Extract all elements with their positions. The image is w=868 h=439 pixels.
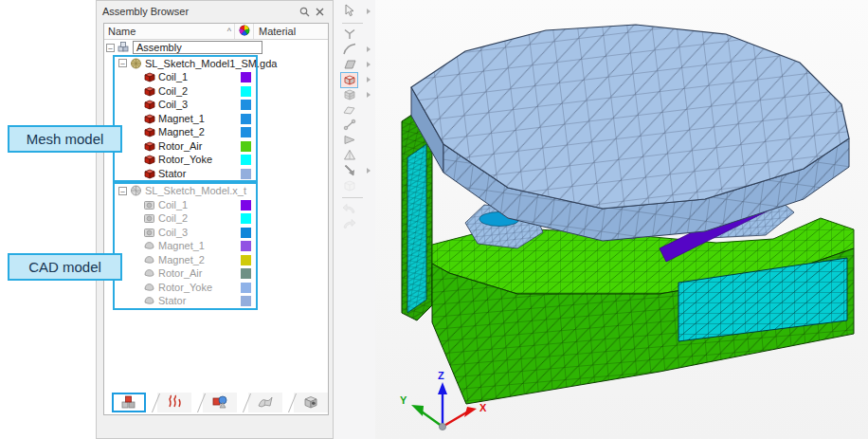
- color-swatch[interactable]: [241, 100, 251, 110]
- toolbar-select-cone-button[interactable]: [334, 134, 375, 148]
- part-label: Coil_3: [158, 99, 188, 110]
- tree-row-cad-model-group-stator[interactable]: Stator: [115, 294, 256, 308]
- color-swatch[interactable]: [241, 228, 251, 238]
- tree-row-cad-model-group-rotor_yoke[interactable]: Rotor_Yoke: [115, 281, 256, 295]
- toolbar-pick-tool-button[interactable]: [334, 164, 375, 178]
- part-label: Magnet_1: [158, 240, 205, 251]
- tree-row-cad-model-group-magnet_1[interactable]: Magnet_1: [115, 239, 256, 253]
- part-label: Coil_1: [158, 199, 188, 210]
- tree-row-cad-model-group-coil_2[interactable]: Coil_2: [115, 211, 256, 226]
- cad-model-group-highlight-box: –SL_Sketch_Model.x_tCoil_1Coil_2Coil_3Ma…: [113, 182, 258, 310]
- flyout-arrow-icon[interactable]: [367, 77, 371, 82]
- assembly-tab-icon: [120, 394, 137, 412]
- color-swatch[interactable]: [241, 86, 251, 97]
- assembly-tree: Name ^: [103, 23, 329, 415]
- color-swatch[interactable]: [241, 255, 251, 265]
- part-label: Coil_2: [158, 212, 188, 224]
- tree-row-mesh-model-group-rotor_air[interactable]: Rotor_Air: [115, 139, 256, 154]
- tree-row-mesh-model-group-magnet_2[interactable]: Magnet_2: [115, 125, 256, 139]
- tree-row-mesh-model-group-stator[interactable]: Stator: [115, 167, 256, 181]
- tab-box[interactable]: [294, 393, 328, 412]
- tree-row-mesh-model-group-coil_1[interactable]: Coil_1: [115, 70, 256, 84]
- color-swatch[interactable]: [241, 283, 251, 293]
- cad-part-icon: [143, 240, 155, 251]
- assembly-browser-panel: Assembly Browser Name ^: [96, 0, 334, 439]
- color-swatch[interactable]: [241, 213, 251, 224]
- bodies-tab-icon: [211, 394, 228, 412]
- toolbar-select-component-button[interactable]: [334, 88, 375, 102]
- triad-z-label: Z: [438, 370, 444, 381]
- toolbar-select-edge-button[interactable]: [334, 43, 375, 57]
- column-material-label: Material: [259, 26, 296, 37]
- color-swatch[interactable]: [241, 268, 251, 279]
- selection-toolbar: [334, 0, 375, 439]
- color-swatch[interactable]: [241, 169, 251, 179]
- toolbar-select-cursor-button[interactable]: [334, 5, 375, 19]
- toolbar-divider: [342, 197, 363, 198]
- tab-bodies[interactable]: [203, 393, 237, 412]
- tab-surfaces[interactable]: [248, 393, 282, 412]
- flyout-arrow-icon[interactable]: [367, 62, 371, 67]
- color-swatch[interactable]: [241, 141, 251, 152]
- part-label: Coil_2: [158, 85, 188, 97]
- color-swatch[interactable]: [241, 241, 251, 251]
- tree-row-mesh-model-group-coil_2[interactable]: Coil_2: [115, 84, 256, 99]
- collapse-toggle[interactable]: –: [118, 187, 127, 195]
- collapse-toggle[interactable]: –: [106, 44, 115, 52]
- toolbar-select-tetra-button[interactable]: [334, 149, 375, 163]
- mesh-model-callout-label: Mesh model: [27, 131, 104, 147]
- cad-part-icon: [143, 267, 155, 279]
- panel-title: Assembly Browser: [102, 6, 297, 17]
- toolbar-select-sheet-button[interactable]: [334, 103, 375, 118]
- column-name[interactable]: Name ^: [104, 24, 235, 39]
- group-label: SL_Sketch_Model.x_t: [145, 185, 246, 196]
- color-swatch[interactable]: [241, 114, 251, 124]
- assembly-icon: [118, 42, 130, 53]
- flyout-arrow-icon[interactable]: [367, 92, 371, 98]
- toolbar-select-face-button[interactable]: [334, 58, 375, 72]
- color-swatch[interactable]: [241, 155, 251, 165]
- toolbar-select-body-button[interactable]: [334, 73, 375, 87]
- tree-row-mesh-model-group-coil_3[interactable]: Coil_3: [115, 98, 256, 112]
- color-swatch[interactable]: [241, 72, 251, 82]
- cad-model-callout: CAD model: [8, 253, 122, 281]
- assembly-name-editbox[interactable]: Assembly: [133, 41, 262, 54]
- panel-tab-bar: [112, 391, 329, 412]
- tree-column-header: Name ^: [104, 24, 328, 40]
- tab-physics[interactable]: [157, 393, 191, 412]
- tab-assembly[interactable]: [112, 393, 146, 412]
- color-swatch[interactable]: [241, 200, 251, 210]
- toolbar-ghost-body-button: [334, 179, 375, 193]
- toolbar-select-wire-button[interactable]: [334, 119, 375, 133]
- color-swatch[interactable]: [241, 127, 251, 137]
- tree-row-cad-model-group-coil_1[interactable]: Coil_1: [115, 198, 256, 212]
- flyout-arrow-icon[interactable]: [367, 9, 371, 14]
- column-material[interactable]: Material: [254, 24, 328, 39]
- tree-row-cad-model-group-coil_3[interactable]: Coil_3: [115, 226, 256, 240]
- close-icon[interactable]: [312, 4, 327, 19]
- search-icon[interactable]: [297, 4, 312, 19]
- tree-row-mesh-model-group[interactable]: –SL_Sketch_Model1_SM.gda: [115, 57, 256, 71]
- mesh-part-icon: [143, 126, 155, 137]
- tree-row-assembly-root[interactable]: –Assembly: [104, 41, 328, 55]
- column-color[interactable]: [235, 24, 254, 39]
- mesh-part-icon: [143, 85, 155, 97]
- cad-part-icon: [143, 282, 155, 293]
- part-label: Magnet_1: [158, 113, 205, 124]
- mesh-part-icon: [143, 113, 155, 124]
- flyout-arrow-icon[interactable]: [367, 168, 371, 174]
- tree-row-cad-model-group-magnet_2[interactable]: Magnet_2: [115, 253, 256, 267]
- collapse-toggle[interactable]: –: [118, 59, 127, 67]
- color-swatch[interactable]: [241, 296, 251, 306]
- tree-row-cad-model-group[interactable]: –SL_Sketch_Model.x_t: [115, 184, 256, 198]
- mesh-model-canvas: Z X Y: [375, 0, 868, 439]
- part-label: Coil_3: [158, 227, 188, 238]
- 3d-viewport[interactable]: Z X Y: [375, 0, 868, 439]
- mesh-part-icon: [143, 168, 155, 179]
- flyout-arrow-icon[interactable]: [367, 46, 371, 52]
- tree-row-cad-model-group-rotor_air[interactable]: Rotor_Air: [115, 266, 256, 281]
- tree-row-mesh-model-group-rotor_yoke[interactable]: Rotor_Yoke: [115, 153, 256, 167]
- toolbar-select-vertex-button[interactable]: [334, 27, 375, 42]
- tree-row-mesh-model-group-magnet_1[interactable]: Magnet_1: [115, 112, 256, 126]
- application-window: Mesh model CAD model Assembly Browser Na…: [0, 0, 868, 439]
